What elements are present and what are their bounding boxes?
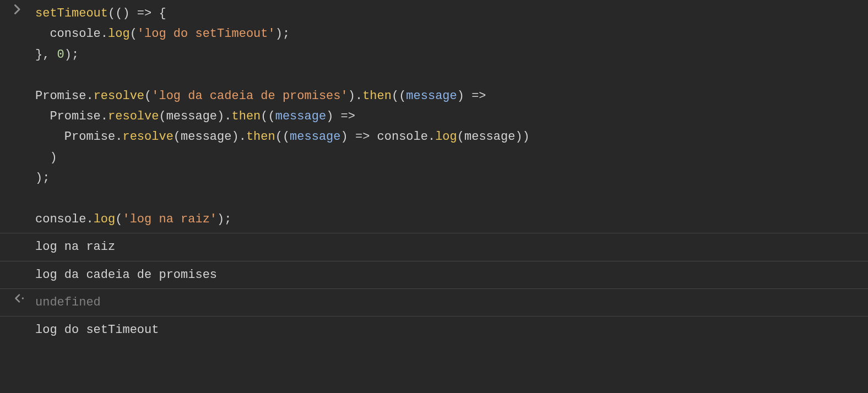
log-gutter (4, 320, 35, 321)
code-token: Promise. (35, 130, 122, 144)
code-token: ) (341, 130, 355, 144)
svg-point-0 (22, 297, 24, 299)
code-token: (message)) (457, 130, 530, 144)
code-token: (( (392, 89, 406, 103)
code-token: log (435, 130, 457, 144)
code-token: ); (35, 171, 50, 185)
log-message: log do setTimeout (35, 320, 862, 340)
code-token: then (362, 89, 392, 103)
code-token: log (108, 27, 130, 41)
code-token: ( (115, 212, 122, 226)
code-token: console. (35, 27, 108, 41)
code-token: resolve (122, 130, 173, 144)
code-token: (( (261, 110, 275, 123)
code-token: message (406, 89, 457, 103)
code-token: => (341, 110, 355, 123)
code-token: console. (370, 130, 435, 144)
return-value: undefined (35, 292, 862, 313)
output-gutter (4, 292, 35, 307)
code-token: 'log da cadeia de promises' (151, 89, 348, 103)
code-token: ) (35, 151, 57, 165)
code-token: console. (35, 212, 94, 226)
console-log-row[interactable]: log na raiz (0, 233, 868, 261)
code-token: ) (457, 89, 471, 103)
devtools-console[interactable]: setTimeout(() => { console.log('log do s… (0, 0, 868, 393)
code-token: then (231, 110, 261, 123)
code-token: resolve (108, 110, 159, 123)
log-gutter (4, 237, 35, 238)
console-return-row[interactable]: undefined (0, 289, 868, 316)
code-token: 0 (57, 48, 64, 62)
code-token: resolve (94, 89, 144, 103)
code-token: ); (64, 48, 79, 62)
code-token: Promise. (35, 110, 108, 123)
chevron-right-icon (14, 4, 21, 18)
log-message: log na raiz (35, 237, 862, 257)
code-token: ( (130, 27, 137, 41)
log-message: log da cadeia de promises (35, 265, 862, 285)
input-code[interactable]: setTimeout(() => { console.log('log do s… (35, 3, 862, 230)
code-token: then (246, 130, 275, 144)
console-log-row[interactable]: log da cadeia de promises (0, 261, 868, 289)
code-token: ); (275, 27, 290, 41)
code-token: ). (348, 89, 362, 103)
code-token: (() (108, 7, 137, 20)
log-gutter (4, 265, 35, 266)
console-log-row[interactable]: log do setTimeout (0, 316, 868, 343)
code-token: ) (326, 110, 340, 123)
code-token: (( (275, 130, 290, 144)
code-token: log (94, 212, 116, 226)
console-input-row[interactable]: setTimeout(() => { console.log('log do s… (0, 0, 868, 233)
code-token: 'log na raiz' (122, 212, 217, 226)
code-token: => (471, 89, 486, 103)
return-arrow-icon (14, 293, 24, 307)
code-token: ( (144, 89, 151, 103)
code-token: message (275, 110, 326, 123)
code-token: (message). (159, 110, 231, 123)
code-token: message (290, 130, 340, 144)
code-token: (message). (173, 130, 246, 144)
code-token: 'log do setTimeout' (137, 27, 275, 41)
code-token: ); (217, 212, 231, 226)
code-token: => (355, 130, 370, 144)
code-token: setTimeout (35, 7, 108, 20)
code-token: }, (35, 48, 57, 62)
code-token: { (151, 7, 166, 20)
input-gutter (4, 3, 35, 18)
code-token: => (137, 7, 151, 20)
code-token: Promise. (35, 89, 94, 103)
